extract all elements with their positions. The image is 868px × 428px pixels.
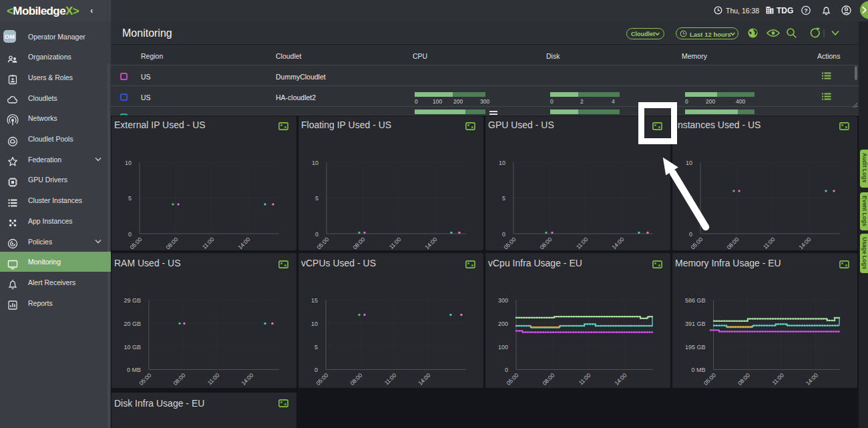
svg-text:300: 300 <box>498 297 508 304</box>
svg-text:0 MB: 0 MB <box>127 367 141 373</box>
svg-text:195 GB: 195 GB <box>685 344 706 351</box>
svg-text:11:00: 11:00 <box>762 236 777 250</box>
svg-text:14:00: 14:00 <box>610 236 625 250</box>
svg-text:11:00: 11:00 <box>383 372 398 387</box>
svg-text:11:00: 11:00 <box>578 372 592 387</box>
svg-text:10: 10 <box>686 160 692 166</box>
svg-text:10 GB: 10 GB <box>124 344 141 351</box>
svg-text:10: 10 <box>499 160 505 166</box>
svg-text:5: 5 <box>315 195 318 202</box>
svg-text:05:00: 05:00 <box>314 372 329 387</box>
svg-text:08:00: 08:00 <box>725 236 740 250</box>
svg-text:0: 0 <box>689 231 692 238</box>
svg-text:14:00: 14:00 <box>423 236 438 250</box>
svg-text:05:00: 05:00 <box>128 236 143 250</box>
svg-text:5: 5 <box>689 195 692 202</box>
svg-text:05:00: 05:00 <box>505 372 519 387</box>
svg-text:5: 5 <box>128 195 132 202</box>
svg-text:08:00: 08:00 <box>349 372 363 387</box>
svg-text:29 GB: 29 GB <box>124 297 141 304</box>
svg-text:14:00: 14:00 <box>805 372 819 387</box>
svg-text:0: 0 <box>502 231 505 238</box>
svg-text:11:00: 11:00 <box>201 236 216 250</box>
svg-text:05:00: 05:00 <box>315 236 330 250</box>
svg-text:5: 5 <box>314 344 318 351</box>
svg-text:11:00: 11:00 <box>771 372 785 387</box>
svg-text:11:00: 11:00 <box>206 372 221 387</box>
svg-text:10: 10 <box>312 160 318 166</box>
svg-text:10: 10 <box>311 320 318 327</box>
svg-text:5: 5 <box>502 195 505 202</box>
svg-text:0: 0 <box>128 231 132 238</box>
svg-text:08:00: 08:00 <box>172 372 186 387</box>
svg-text:11:00: 11:00 <box>388 236 403 250</box>
svg-text:14:00: 14:00 <box>613 372 628 387</box>
svg-text:08:00: 08:00 <box>538 236 553 250</box>
svg-text:20 GB: 20 GB <box>124 320 141 327</box>
svg-text:08:00: 08:00 <box>541 372 556 387</box>
svg-text:15: 15 <box>311 297 318 304</box>
svg-text:05:00: 05:00 <box>702 372 717 387</box>
svg-text:0: 0 <box>315 231 318 238</box>
svg-text:05:00: 05:00 <box>689 236 704 250</box>
svg-text:0: 0 <box>505 367 508 373</box>
svg-text:200: 200 <box>498 320 508 327</box>
svg-text:14:00: 14:00 <box>417 372 431 387</box>
svg-text:10: 10 <box>125 160 132 166</box>
svg-text:0 MB: 0 MB <box>691 367 705 373</box>
svg-text:14:00: 14:00 <box>240 372 254 387</box>
svg-text:11:00: 11:00 <box>575 236 590 250</box>
svg-text:05:00: 05:00 <box>502 236 517 250</box>
svg-text:14:00: 14:00 <box>797 236 812 250</box>
svg-text:08:00: 08:00 <box>164 236 179 250</box>
svg-text:05:00: 05:00 <box>138 372 152 387</box>
svg-text:08:00: 08:00 <box>736 372 751 387</box>
svg-text:391 GB: 391 GB <box>685 320 706 327</box>
svg-text:100: 100 <box>498 344 508 351</box>
svg-text:586 GB: 586 GB <box>685 297 706 304</box>
svg-text:0: 0 <box>314 367 318 373</box>
svg-text:14:00: 14:00 <box>236 236 251 250</box>
svg-text:?: ? <box>804 7 808 14</box>
svg-text:08:00: 08:00 <box>351 236 366 250</box>
